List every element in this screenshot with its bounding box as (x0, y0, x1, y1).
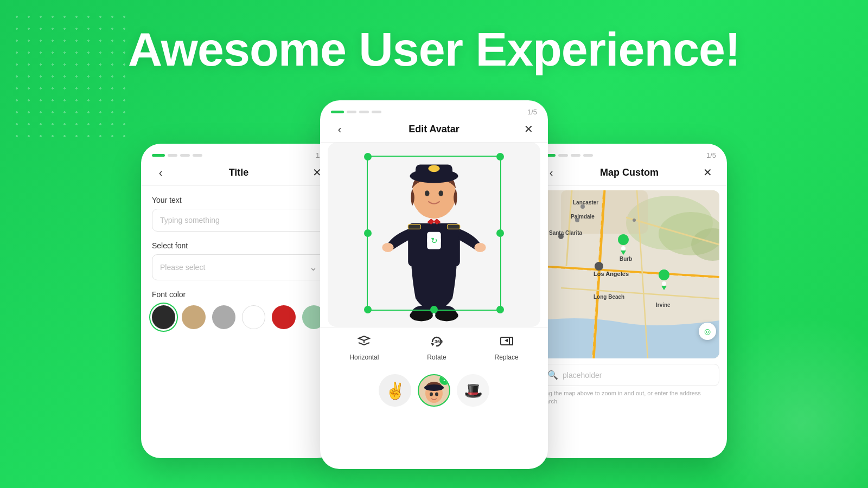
phone-center-indicators (331, 111, 381, 113)
svg-text:360: 360 (435, 339, 443, 344)
svg-text:Palmdale: Palmdale (571, 214, 595, 220)
color-swatch-red[interactable] (272, 305, 295, 329)
indicator-inactive-2 (180, 154, 190, 157)
color-swatch-gray[interactable] (212, 305, 235, 329)
avatar-thumb-face[interactable]: ✓ (418, 374, 450, 407)
svg-point-47 (662, 281, 666, 286)
font-color-label: Font color (152, 290, 326, 299)
svg-point-25 (430, 393, 433, 396)
horizontal-tool[interactable]: Horizontal (349, 335, 379, 361)
phone-right-indicators (542, 154, 593, 157)
main-headline: Awesome User Experience! (0, 22, 868, 77)
center-indicator-inactive-2 (359, 111, 369, 113)
color-swatch-white[interactable] (242, 305, 265, 329)
svg-point-2 (410, 310, 433, 321)
map-search-placeholder: placeholder (563, 371, 602, 380)
svg-text:Long Beach: Long Beach (593, 294, 624, 300)
handle-top-right[interactable] (496, 153, 504, 160)
indicator-inactive-1 (168, 154, 177, 157)
svg-point-3 (435, 310, 458, 321)
avatar-thumb-peace[interactable]: ✌️ (379, 374, 411, 407)
svg-marker-21 (431, 343, 435, 346)
svg-text:Santa Clarita: Santa Clarita (549, 230, 583, 236)
phones-container: 1/5 ‹ Title ✕ Your text Typing something… (0, 100, 868, 469)
phone-center-back-button[interactable]: ‹ (331, 123, 348, 136)
map-search-input[interactable]: 🔍 placeholder (539, 364, 719, 386)
handle-mid-right[interactable] (496, 229, 504, 237)
replace-label: Replace (495, 354, 519, 361)
right-indicator-inactive-1 (558, 154, 568, 157)
replace-icon (499, 335, 514, 351)
center-indicator-inactive-3 (372, 111, 381, 113)
phone-center-topbar: 1/5 (320, 100, 548, 120)
handle-mid-left[interactable] (364, 229, 372, 237)
phone-left-body: Your text Typing something Select font P… (141, 186, 336, 339)
indicator-inactive-3 (193, 154, 202, 157)
indicator-active (152, 154, 165, 157)
handle-bottom-right[interactable] (496, 306, 504, 313)
rotate-label: Rotate (427, 354, 446, 361)
phone-center-title: Edit Avatar (348, 124, 520, 135)
svg-text:Irvine: Irvine (656, 302, 671, 308)
phone-left-header: ‹ Title ✕ (141, 164, 336, 186)
avatar-area[interactable]: ↻ (328, 143, 540, 327)
center-toolbar: Horizontal 360 Rotate (320, 327, 548, 369)
phone-left-back-button[interactable]: ‹ (152, 166, 169, 179)
rotate-icon: 360 (429, 335, 444, 351)
phone-left-topbar: 1/5 (141, 144, 336, 164)
svg-text:Lancaster: Lancaster (573, 200, 598, 206)
avatar-thumb-hat[interactable]: 🎩 (457, 374, 489, 407)
map-area[interactable]: Lancaster Palmdale Santa Clarita Burb Lo… (539, 190, 719, 358)
right-indicator-inactive-3 (583, 154, 593, 157)
phone-center-page-badge: 1/5 (527, 108, 537, 116)
your-text-label: Your text (152, 196, 326, 204)
svg-rect-22 (501, 337, 509, 345)
horizontal-label: Horizontal (349, 354, 379, 361)
center-indicator-inactive-1 (347, 111, 356, 113)
rotate-tool[interactable]: 360 Rotate (427, 335, 446, 361)
phone-right-close-button[interactable]: ✕ (699, 166, 716, 179)
search-icon: 🔍 (547, 370, 558, 380)
select-font-placeholder: Please select (160, 263, 205, 272)
horizontal-icon (356, 335, 372, 351)
handle-mid-bottom[interactable] (430, 306, 438, 313)
svg-text:Los Angeles: Los Angeles (593, 271, 629, 277)
phone-right-header: ‹ Map Custom ✕ (532, 164, 727, 186)
phone-right-page-badge: 1/5 (706, 151, 716, 159)
your-text-input[interactable]: Typing something (152, 209, 326, 232)
phone-right: 1/5 ‹ Map Custom ✕ (532, 144, 727, 458)
svg-point-24 (424, 384, 444, 391)
select-font-label: Select font (152, 241, 326, 250)
map-svg: Lancaster Palmdale Santa Clarita Burb Lo… (539, 190, 719, 358)
map-hint-text: Drag the map above to zoom in and out, o… (532, 389, 727, 412)
phone-center-close-button[interactable]: ✕ (520, 123, 537, 136)
svg-point-45 (621, 246, 626, 251)
svg-text:◎: ◎ (704, 327, 711, 336)
phone-left-title: Title (169, 167, 308, 178)
color-swatch-tan[interactable] (182, 305, 205, 329)
center-indicator-active (331, 111, 344, 113)
chevron-down-icon (309, 261, 317, 273)
phone-right-topbar: 1/5 (532, 144, 727, 164)
color-swatches (152, 305, 326, 329)
handle-bottom-left[interactable] (364, 306, 372, 313)
phone-right-title: Map Custom (560, 167, 699, 178)
phone-center: 1/5 ‹ Edit Avatar ✕ (320, 100, 548, 469)
right-indicator-inactive-2 (571, 154, 580, 157)
svg-point-44 (633, 219, 636, 222)
color-swatch-dark[interactable] (152, 305, 175, 329)
phone-left: 1/5 ‹ Title ✕ Your text Typing something… (141, 144, 336, 458)
avatar-thumbnails-row: ✌️ ✓ 🎩 (320, 369, 548, 414)
avatar-selection-box (367, 156, 501, 311)
svg-point-26 (435, 393, 438, 396)
selected-checkmark: ✓ (439, 374, 450, 385)
handle-top-left[interactable] (364, 153, 372, 160)
svg-point-43 (595, 262, 603, 271)
select-font-dropdown[interactable]: Please select (152, 254, 326, 280)
svg-text:Burb: Burb (620, 256, 632, 262)
phone-center-header: ‹ Edit Avatar ✕ (320, 120, 548, 143)
replace-tool[interactable]: Replace (495, 335, 519, 361)
phone-left-indicators (152, 154, 202, 157)
